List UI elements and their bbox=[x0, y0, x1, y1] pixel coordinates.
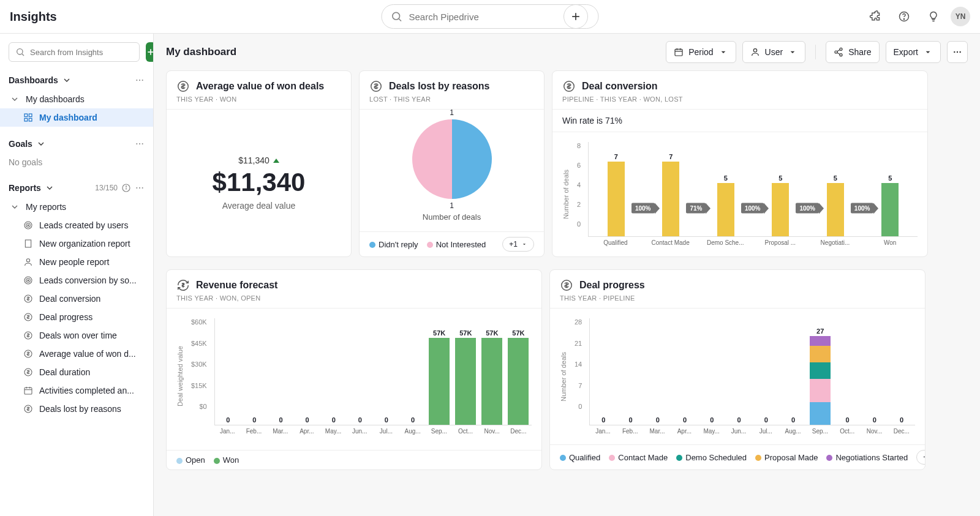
more-icon[interactable] bbox=[135, 75, 145, 85]
bar-column: 0 bbox=[617, 318, 644, 425]
export-label: Export bbox=[894, 47, 918, 57]
bar-column: 0 bbox=[753, 318, 780, 425]
user-avatar[interactable]: YN bbox=[951, 7, 970, 26]
bar-value: 0 bbox=[332, 416, 336, 424]
tips-button[interactable] bbox=[921, 4, 946, 29]
x-label: Proposal ... bbox=[753, 239, 808, 246]
bar-value: 0 bbox=[385, 416, 388, 424]
my-reports-folder[interactable]: My reports bbox=[0, 198, 153, 216]
share-button[interactable]: Share bbox=[826, 41, 879, 63]
legend-item: Qualified bbox=[560, 453, 600, 462]
legend-more-button[interactable]: +1 bbox=[502, 237, 534, 252]
currency-icon bbox=[23, 294, 33, 304]
puzzle-icon bbox=[869, 10, 881, 23]
bar-value: 57K bbox=[459, 329, 472, 337]
bar-column: 5100% bbox=[698, 142, 753, 236]
x-label: Jul... bbox=[373, 428, 399, 435]
bar-value: 0 bbox=[601, 416, 605, 424]
svg-point-39 bbox=[28, 280, 29, 281]
search-icon bbox=[15, 47, 25, 57]
report-item[interactable]: Deals lost by reasons bbox=[0, 400, 153, 418]
bar-column: 57K bbox=[505, 318, 532, 425]
report-label: Leads created by users bbox=[39, 220, 129, 230]
card-title: Deal conversion bbox=[582, 81, 658, 92]
bar-value: 5 bbox=[834, 174, 837, 182]
currency-icon bbox=[23, 312, 33, 322]
goals-section[interactable]: Goals bbox=[0, 134, 153, 154]
global-search[interactable] bbox=[382, 4, 599, 29]
svg-line-1 bbox=[399, 19, 401, 21]
currency-icon bbox=[23, 331, 33, 340]
export-button[interactable]: Export bbox=[886, 41, 941, 63]
x-label: Oct... bbox=[452, 428, 478, 435]
sidebar: Dashboards My dashboards My dashboard Go… bbox=[0, 34, 154, 516]
x-label: Oct... bbox=[834, 428, 861, 435]
period-filter[interactable]: Period bbox=[666, 41, 736, 63]
x-label: Negotiati... bbox=[808, 239, 863, 246]
report-item[interactable]: Leads conversion by so... bbox=[0, 271, 153, 290]
report-item[interactable]: Activities completed an... bbox=[0, 381, 153, 400]
x-label: Jan... bbox=[589, 428, 616, 435]
report-item[interactable]: Average value of won d... bbox=[0, 345, 153, 363]
bar-value: 0 bbox=[252, 416, 256, 424]
bar-value: 57K bbox=[486, 329, 498, 337]
more-actions-button[interactable] bbox=[947, 41, 968, 63]
my-dashboard-label: My dashboard bbox=[39, 113, 97, 122]
x-label: Sep... bbox=[807, 428, 834, 435]
period-label: Period bbox=[688, 47, 713, 57]
card-deal-progress: Deal progress THIS YEAR · PIPELINE Numbe… bbox=[549, 269, 925, 470]
svg-point-19 bbox=[142, 143, 143, 144]
my-dashboard-item[interactable]: My dashboard bbox=[0, 108, 153, 127]
x-label: Jul... bbox=[752, 428, 779, 435]
app-title: Insights bbox=[10, 10, 57, 24]
report-item[interactable]: Deal duration bbox=[0, 363, 153, 381]
info-icon[interactable] bbox=[121, 183, 131, 193]
report-item[interactable]: New people report bbox=[0, 253, 153, 271]
legend-more-button[interactable]: +1 bbox=[916, 450, 925, 465]
help-button[interactable] bbox=[892, 4, 916, 29]
svg-rect-14 bbox=[29, 114, 32, 117]
sidebar-add-button[interactable] bbox=[146, 42, 154, 62]
bar-column: 0 bbox=[268, 318, 294, 425]
more-icon[interactable] bbox=[135, 139, 145, 149]
report-item[interactable]: Deals won over time bbox=[0, 326, 153, 345]
search-icon bbox=[391, 10, 403, 23]
bar-value: 0 bbox=[845, 416, 849, 424]
bar-column: 0 bbox=[373, 318, 399, 425]
legend-item: Didn't reply bbox=[369, 240, 418, 249]
target-icon bbox=[23, 275, 33, 285]
x-label: Demo Sche... bbox=[698, 239, 753, 246]
chevron-down-icon bbox=[10, 202, 20, 212]
bar-value: 57K bbox=[512, 329, 524, 337]
global-search-input[interactable] bbox=[409, 12, 590, 22]
y-axis-title: Number of deals bbox=[562, 170, 570, 219]
marketplace-button[interactable] bbox=[862, 4, 887, 29]
svg-point-64 bbox=[957, 51, 958, 53]
sidebar-search[interactable] bbox=[9, 42, 140, 62]
svg-point-57 bbox=[840, 48, 842, 50]
kpi-comparison: $11,340 bbox=[176, 155, 341, 165]
bar-value: 0 bbox=[279, 416, 282, 424]
reports-section[interactable]: Reports 13/150 bbox=[0, 178, 153, 198]
report-item[interactable]: New organization report bbox=[0, 234, 153, 253]
user-icon bbox=[750, 47, 760, 57]
report-item[interactable]: Leads created by users bbox=[0, 216, 153, 234]
report-item[interactable]: Deal progress bbox=[0, 308, 153, 326]
dashboards-section[interactable]: Dashboards bbox=[0, 70, 153, 90]
bar-value: 0 bbox=[656, 416, 660, 424]
bar-value: 0 bbox=[873, 416, 876, 424]
card-deals-lost: Deals lost by reasons LOST · THIS YEAR 1… bbox=[359, 70, 545, 257]
user-filter[interactable]: User bbox=[742, 41, 806, 63]
svg-line-60 bbox=[837, 50, 840, 51]
reports-count: 13/150 bbox=[95, 184, 118, 192]
bar-column: 57K bbox=[479, 318, 505, 425]
svg-rect-29 bbox=[25, 240, 31, 247]
svg-rect-50 bbox=[675, 49, 682, 56]
sidebar-search-input[interactable] bbox=[30, 48, 133, 57]
my-dashboards-folder[interactable]: My dashboards bbox=[0, 90, 153, 108]
legend-item: Demo Scheduled bbox=[676, 453, 747, 462]
more-icon[interactable] bbox=[135, 183, 145, 193]
bar-column: 7100% bbox=[589, 142, 643, 236]
report-item[interactable]: Deal conversion bbox=[0, 290, 153, 308]
svg-point-59 bbox=[840, 54, 842, 56]
